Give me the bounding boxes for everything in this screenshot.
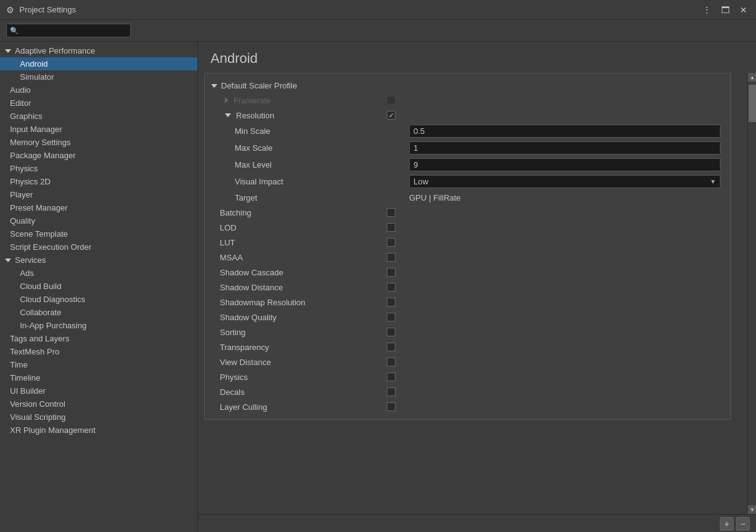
shadowmap-resolution-checkbox[interactable] xyxy=(387,298,395,306)
sidebar-item-services[interactable]: Services xyxy=(0,254,197,267)
shadow-distance-checkbox[interactable] xyxy=(387,283,395,292)
sidebar-item-label: Memory Settings xyxy=(10,138,71,147)
sidebar-item-label: Collaborate xyxy=(20,308,62,317)
sidebar-item-label: Simulator xyxy=(20,72,54,82)
sorting-checkbox[interactable] xyxy=(387,328,395,336)
sidebar-item-collaborate[interactable]: Collaborate xyxy=(0,306,197,319)
sidebar-item-label: Tags and Layers xyxy=(10,334,69,343)
visual-impact-dropdown[interactable]: Low ▼ xyxy=(409,175,721,188)
maximize-button[interactable]: 🗖 xyxy=(719,4,732,16)
framerate-row: Framerate xyxy=(210,93,725,108)
max-level-input[interactable] xyxy=(409,158,721,171)
physics-checkbox[interactable] xyxy=(387,373,395,381)
settings-icon: ⚙ xyxy=(6,5,14,15)
sidebar-item-cloud-build[interactable]: Cloud Build xyxy=(0,280,197,293)
sidebar-item-xr-plugin-management[interactable]: XR Plugin Management xyxy=(0,424,197,437)
sidebar-item-player[interactable]: Player xyxy=(0,188,197,201)
physics-label: Physics xyxy=(220,373,387,382)
sidebar-item-memory-settings[interactable]: Memory Settings xyxy=(0,136,197,149)
target-row: Target GPU | FillRate xyxy=(210,190,725,205)
transparency-checkbox[interactable] xyxy=(387,343,395,351)
batching-label: Batching xyxy=(220,208,387,217)
max-scale-label: Max Scale xyxy=(235,143,409,153)
sidebar-item-ads[interactable]: Ads xyxy=(0,267,197,280)
sidebar-item-script-execution-order[interactable]: Script Execution Order xyxy=(0,240,197,254)
max-scale-row: Max Scale xyxy=(210,140,725,156)
sidebar-item-label: Cloud Build xyxy=(20,282,62,291)
sidebar-item-android[interactable]: Android xyxy=(0,57,197,70)
decals-checkbox[interactable] xyxy=(387,387,395,396)
max-scale-input[interactable] xyxy=(409,141,721,154)
sidebar-item-tags-and-layers[interactable]: Tags and Layers xyxy=(0,332,197,345)
scroll-down-button[interactable]: ▼ xyxy=(748,505,756,514)
shadow-cascade-checkbox[interactable] xyxy=(387,268,395,277)
lod-checkbox[interactable] xyxy=(387,223,395,232)
search-input[interactable] xyxy=(6,24,131,37)
sidebar-item-audio[interactable]: Audio xyxy=(0,83,197,97)
lod-row: LOD xyxy=(210,220,725,235)
physics-row: Physics xyxy=(210,369,725,384)
lut-checkbox[interactable] xyxy=(387,238,395,247)
sidebar-item-label: Time xyxy=(10,360,27,369)
sidebar-item-simulator[interactable]: Simulator xyxy=(0,70,197,83)
sidebar-item-physics[interactable]: Physics xyxy=(0,162,197,175)
sidebar-item-label: In-App Purchasing xyxy=(20,321,87,330)
sidebar-item-time[interactable]: Time xyxy=(0,358,197,371)
sorting-label: Sorting xyxy=(220,328,387,337)
section-header-label: Default Scaler Profile xyxy=(221,81,297,90)
shadow-quality-checkbox[interactable] xyxy=(387,313,395,321)
scroll-up-button[interactable]: ▲ xyxy=(748,73,756,82)
sidebar-item-label: Physics 2D xyxy=(10,177,50,186)
sidebar-item-textmesh-pro[interactable]: TextMesh Pro xyxy=(0,345,197,358)
sidebar-item-label: XR Plugin Management xyxy=(10,425,95,435)
close-button[interactable]: ✕ xyxy=(737,4,750,16)
triangle-down-icon xyxy=(211,84,217,88)
shadow-cascade-label: Shadow Cascade xyxy=(220,268,387,277)
msaa-row: MSAA xyxy=(210,250,725,265)
sidebar-item-version-control[interactable]: Version Control xyxy=(0,397,197,411)
min-scale-row: Min Scale xyxy=(210,123,725,140)
sidebar-item-label: Ads xyxy=(20,268,34,278)
sidebar: Adaptive Performance Android Simulator A… xyxy=(0,42,198,532)
view-distance-checkbox[interactable] xyxy=(387,358,395,366)
sidebar-item-input-manager[interactable]: Input Manager xyxy=(0,123,197,136)
sidebar-item-ui-builder[interactable]: UI Builder xyxy=(0,384,197,397)
shadow-distance-label: Shadow Distance xyxy=(220,283,387,292)
sidebar-item-physics-2d[interactable]: Physics 2D xyxy=(0,175,197,188)
add-button[interactable]: + xyxy=(720,517,734,531)
sidebar-item-label: Quality xyxy=(10,216,35,226)
shadow-cascade-row: Shadow Cascade xyxy=(210,265,725,280)
content-scroll[interactable]: Default Scaler Profile Framerate xyxy=(198,73,747,514)
sidebar-item-cloud-diagnostics[interactable]: Cloud Diagnostics xyxy=(0,293,197,306)
sidebar-item-timeline[interactable]: Timeline xyxy=(0,371,197,384)
msaa-checkbox[interactable] xyxy=(387,253,395,262)
layer-culling-checkbox[interactable] xyxy=(387,402,395,411)
shadow-quality-label: Shadow Quality xyxy=(220,313,387,322)
sidebar-item-in-app-purchasing[interactable]: In-App Purchasing xyxy=(0,319,197,332)
shadow-distance-row: Shadow Distance xyxy=(210,280,725,295)
menu-button[interactable]: ⋮ xyxy=(700,4,714,16)
window-title: Project Settings xyxy=(19,5,76,14)
sidebar-item-label: Package Manager xyxy=(10,151,76,160)
sidebar-item-preset-manager[interactable]: Preset Manager xyxy=(0,201,197,214)
sidebar-item-package-manager[interactable]: Package Manager xyxy=(0,149,197,162)
sidebar-item-label: Timeline xyxy=(10,373,40,382)
scroll-thumb[interactable] xyxy=(749,85,756,122)
batching-checkbox[interactable] xyxy=(387,208,395,217)
resolution-checkbox[interactable] xyxy=(387,111,395,120)
visual-impact-label: Visual Impact xyxy=(235,177,409,186)
section-header-default-scaler-profile[interactable]: Default Scaler Profile xyxy=(210,78,725,93)
sidebar-item-label: Graphics xyxy=(10,112,42,121)
min-scale-input[interactable] xyxy=(409,125,721,138)
framerate-checkbox[interactable] xyxy=(387,96,395,105)
remove-button[interactable]: − xyxy=(736,517,750,531)
main-layout: Adaptive Performance Android Simulator A… xyxy=(0,42,756,532)
sidebar-item-scene-template[interactable]: Scene Template xyxy=(0,227,197,240)
sidebar-item-visual-scripting[interactable]: Visual Scripting xyxy=(0,411,197,424)
sidebar-item-label: Android xyxy=(20,59,48,69)
sidebar-item-quality[interactable]: Quality xyxy=(0,214,197,227)
sidebar-item-graphics[interactable]: Graphics xyxy=(0,110,197,123)
sidebar-item-adaptive-performance[interactable]: Adaptive Performance xyxy=(0,44,197,57)
title-bar-controls: ⋮ 🗖 ✕ xyxy=(700,4,750,16)
sidebar-item-editor[interactable]: Editor xyxy=(0,97,197,110)
